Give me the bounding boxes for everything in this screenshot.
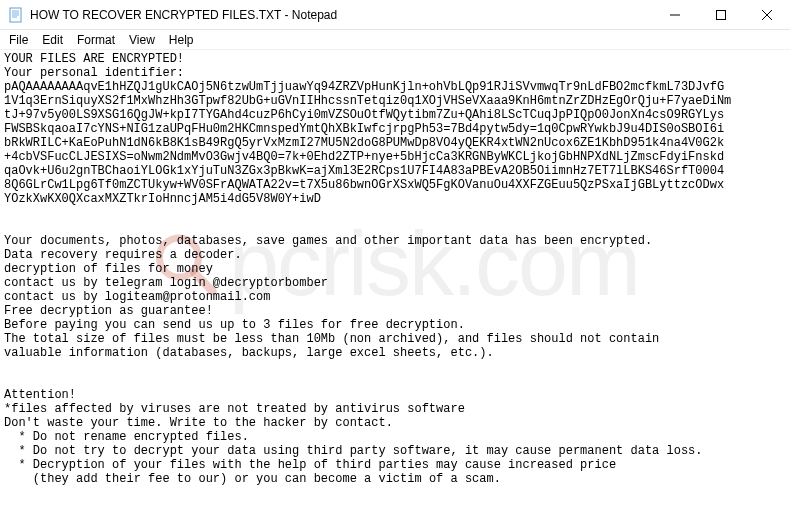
identifier-block: pAQAAAAAAAAqvE1hHZQJ1gUkCAOj5N6tzwUmTjju… (4, 80, 731, 206)
menu-help[interactable]: Help (162, 32, 201, 48)
line-personal-identifier: Your personal identifier: (4, 66, 184, 80)
section-attention: *files affected by viruses are not treat… (4, 402, 703, 486)
menubar: File Edit Format View Help (0, 30, 790, 50)
maximize-button[interactable] (698, 0, 744, 30)
window-title: HOW TO RECOVER ENCRYPTED FILES.TXT - Not… (30, 8, 337, 22)
menu-file[interactable]: File (2, 32, 35, 48)
notepad-icon (8, 7, 24, 23)
svg-rect-6 (717, 10, 726, 19)
menu-view[interactable]: View (122, 32, 162, 48)
section-main: Your documents, photos, databases, save … (4, 234, 659, 360)
menu-format[interactable]: Format (70, 32, 122, 48)
menu-edit[interactable]: Edit (35, 32, 70, 48)
line-files-encrypted: YOUR FILES ARE ENCRYPTED! (4, 52, 184, 66)
text-area[interactable]: YOUR FILES ARE ENCRYPTED! Your personal … (0, 50, 790, 488)
minimize-button[interactable] (652, 0, 698, 30)
titlebar: HOW TO RECOVER ENCRYPTED FILES.TXT - Not… (0, 0, 790, 30)
close-button[interactable] (744, 0, 790, 30)
section-attention-header: Attention! (4, 388, 76, 402)
